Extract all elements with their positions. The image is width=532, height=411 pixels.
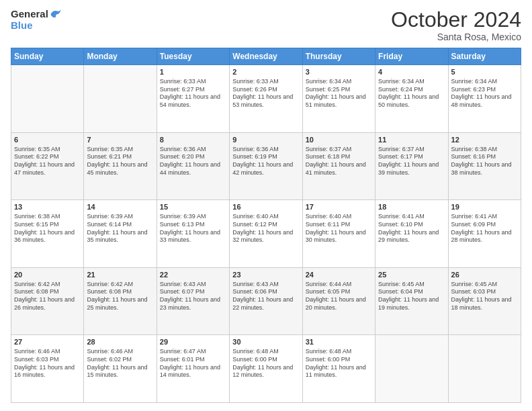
calendar-week-row: 27 Sunrise: 6:46 AM Sunset: 6:03 PM Dayl… <box>11 335 521 403</box>
sunset-text: Sunset: 6:24 PM <box>378 86 423 93</box>
calendar-week-row: 1 Sunrise: 6:33 AM Sunset: 6:27 PM Dayli… <box>11 65 521 133</box>
daylight-text: Daylight: 11 hours and 36 minutes. <box>14 229 75 244</box>
day-info: Sunrise: 6:34 AM Sunset: 6:25 PM Dayligh… <box>306 78 372 109</box>
table-row: 13 Sunrise: 6:38 AM Sunset: 6:15 PM Dayl… <box>11 200 84 268</box>
daylight-text: Daylight: 11 hours and 20 minutes. <box>306 296 366 311</box>
day-info: Sunrise: 6:45 AM Sunset: 6:03 PM Dayligh… <box>451 281 518 312</box>
day-info: Sunrise: 6:38 AM Sunset: 6:16 PM Dayligh… <box>451 146 518 177</box>
day-info: Sunrise: 6:46 AM Sunset: 6:02 PM Dayligh… <box>87 348 153 379</box>
logo: General Blue <box>11 8 62 32</box>
sunrise-text: Sunrise: 6:36 AM <box>160 146 206 152</box>
sunset-text: Sunset: 6:23 PM <box>451 86 496 93</box>
header-sunday: Sunday <box>11 48 84 65</box>
table-row <box>448 335 521 403</box>
sunrise-text: Sunrise: 6:41 AM <box>378 213 425 220</box>
daylight-text: Daylight: 11 hours and 44 minutes. <box>160 161 220 176</box>
day-info: Sunrise: 6:44 AM Sunset: 6:05 PM Dayligh… <box>306 281 372 312</box>
header: General Blue October 2024 Santa Rosa, Me… <box>11 8 521 42</box>
daylight-text: Daylight: 11 hours and 16 minutes. <box>14 364 75 379</box>
day-number: 8 <box>160 135 226 145</box>
day-number: 29 <box>160 337 226 347</box>
table-row: 9 Sunrise: 6:36 AM Sunset: 6:19 PM Dayli… <box>230 132 302 200</box>
day-info: Sunrise: 6:36 AM Sunset: 6:20 PM Dayligh… <box>160 146 226 177</box>
header-thursday: Thursday <box>302 48 375 65</box>
day-info: Sunrise: 6:37 AM Sunset: 6:17 PM Dayligh… <box>378 146 445 177</box>
daylight-text: Daylight: 11 hours and 47 minutes. <box>14 161 75 176</box>
sunrise-text: Sunrise: 6:44 AM <box>306 281 352 287</box>
day-number: 3 <box>306 67 372 77</box>
daylight-text: Daylight: 11 hours and 39 minutes. <box>378 161 439 176</box>
day-number: 5 <box>451 67 518 77</box>
daylight-text: Daylight: 11 hours and 33 minutes. <box>160 229 220 244</box>
sunrise-text: Sunrise: 6:45 AM <box>378 281 425 287</box>
header-friday: Friday <box>375 48 448 65</box>
table-row <box>11 65 84 133</box>
sunrise-text: Sunrise: 6:34 AM <box>451 78 498 85</box>
sunrise-text: Sunrise: 6:43 AM <box>160 281 206 287</box>
sunset-text: Sunset: 6:12 PM <box>232 221 277 228</box>
sunset-text: Sunset: 6:09 PM <box>451 221 496 228</box>
day-number: 15 <box>160 202 226 212</box>
table-row: 11 Sunrise: 6:37 AM Sunset: 6:17 PM Dayl… <box>375 132 448 200</box>
day-info: Sunrise: 6:42 AM Sunset: 6:08 PM Dayligh… <box>87 281 153 312</box>
logo-line2: Blue <box>11 20 62 32</box>
calendar-week-row: 13 Sunrise: 6:38 AM Sunset: 6:15 PM Dayl… <box>11 200 521 268</box>
day-info: Sunrise: 6:39 AM Sunset: 6:14 PM Dayligh… <box>87 213 153 244</box>
daylight-text: Daylight: 11 hours and 38 minutes. <box>451 161 512 176</box>
table-row: 20 Sunrise: 6:42 AM Sunset: 6:08 PM Dayl… <box>11 267 84 335</box>
sunrise-text: Sunrise: 6:40 AM <box>232 213 279 220</box>
day-number: 14 <box>87 202 153 212</box>
day-info: Sunrise: 6:48 AM Sunset: 6:00 PM Dayligh… <box>232 348 299 379</box>
table-row: 16 Sunrise: 6:40 AM Sunset: 6:12 PM Dayl… <box>230 200 302 268</box>
day-info: Sunrise: 6:35 AM Sunset: 6:21 PM Dayligh… <box>87 146 153 177</box>
sunrise-text: Sunrise: 6:35 AM <box>14 146 60 152</box>
table-row: 22 Sunrise: 6:43 AM Sunset: 6:07 PM Dayl… <box>157 267 229 335</box>
table-row: 8 Sunrise: 6:36 AM Sunset: 6:20 PM Dayli… <box>157 132 229 200</box>
table-row <box>375 335 448 403</box>
table-row: 23 Sunrise: 6:43 AM Sunset: 6:06 PM Dayl… <box>230 267 302 335</box>
day-number: 18 <box>378 202 445 212</box>
sunset-text: Sunset: 6:08 PM <box>87 288 132 295</box>
sunrise-text: Sunrise: 6:45 AM <box>451 281 498 287</box>
day-info: Sunrise: 6:36 AM Sunset: 6:19 PM Dayligh… <box>232 146 299 177</box>
day-number: 7 <box>87 135 153 145</box>
sunrise-text: Sunrise: 6:39 AM <box>87 213 133 220</box>
day-number: 19 <box>451 202 518 212</box>
day-info: Sunrise: 6:48 AM Sunset: 6:00 PM Dayligh… <box>306 348 372 379</box>
location-subtitle: Santa Rosa, Mexico <box>391 32 521 42</box>
daylight-text: Daylight: 11 hours and 18 minutes. <box>451 296 512 311</box>
day-info: Sunrise: 6:42 AM Sunset: 6:08 PM Dayligh… <box>14 281 81 312</box>
table-row: 12 Sunrise: 6:38 AM Sunset: 6:16 PM Dayl… <box>448 132 521 200</box>
sunrise-text: Sunrise: 6:48 AM <box>232 348 279 355</box>
sunset-text: Sunset: 6:13 PM <box>160 221 205 228</box>
day-number: 11 <box>378 135 445 145</box>
calendar-week-row: 6 Sunrise: 6:35 AM Sunset: 6:22 PM Dayli… <box>11 132 521 200</box>
sunset-text: Sunset: 6:00 PM <box>232 356 277 363</box>
table-row: 28 Sunrise: 6:46 AM Sunset: 6:02 PM Dayl… <box>84 335 157 403</box>
daylight-text: Daylight: 11 hours and 41 minutes. <box>306 161 366 176</box>
day-number: 1 <box>160 67 226 77</box>
header-saturday: Saturday <box>448 48 521 65</box>
sunset-text: Sunset: 6:07 PM <box>160 288 205 295</box>
daylight-text: Daylight: 11 hours and 11 minutes. <box>306 364 366 379</box>
sunset-text: Sunset: 6:25 PM <box>306 86 351 93</box>
sunset-text: Sunset: 6:05 PM <box>306 288 351 295</box>
sunset-text: Sunset: 6:06 PM <box>232 288 277 295</box>
table-row: 10 Sunrise: 6:37 AM Sunset: 6:18 PM Dayl… <box>302 132 375 200</box>
day-info: Sunrise: 6:43 AM Sunset: 6:06 PM Dayligh… <box>232 281 299 312</box>
sunset-text: Sunset: 6:01 PM <box>160 356 205 363</box>
day-number: 31 <box>306 337 372 347</box>
sunset-text: Sunset: 6:03 PM <box>451 288 496 295</box>
table-row: 18 Sunrise: 6:41 AM Sunset: 6:10 PM Dayl… <box>375 200 448 268</box>
day-info: Sunrise: 6:41 AM Sunset: 6:09 PM Dayligh… <box>451 213 518 244</box>
daylight-text: Daylight: 11 hours and 50 minutes. <box>378 93 439 108</box>
daylight-text: Daylight: 11 hours and 26 minutes. <box>14 296 75 311</box>
sunset-text: Sunset: 6:27 PM <box>160 86 205 93</box>
logo-line1: General <box>11 9 48 20</box>
table-row: 30 Sunrise: 6:48 AM Sunset: 6:00 PM Dayl… <box>230 335 302 403</box>
day-number: 28 <box>87 337 153 347</box>
sunrise-text: Sunrise: 6:33 AM <box>160 78 206 85</box>
day-info: Sunrise: 6:45 AM Sunset: 6:04 PM Dayligh… <box>378 281 445 312</box>
day-info: Sunrise: 6:34 AM Sunset: 6:24 PM Dayligh… <box>378 78 445 109</box>
day-number: 4 <box>378 67 445 77</box>
